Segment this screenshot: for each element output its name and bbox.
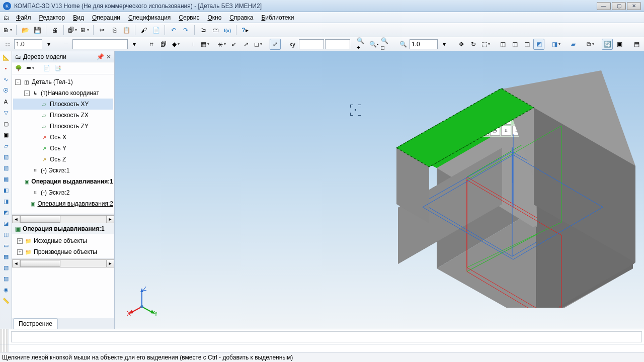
- redo-button[interactable]: [180, 25, 191, 36]
- display-button[interactable]: ◨: [550, 39, 561, 50]
- tree-props-button[interactable]: 📑: [53, 64, 62, 73]
- style-dropdown-button[interactable]: ▾: [129, 39, 140, 50]
- y-input[interactable]: [325, 39, 350, 49]
- menu-окно[interactable]: Окно: [203, 13, 225, 22]
- x-input[interactable]: [299, 39, 324, 49]
- preview-button[interactable]: 🗐: [67, 25, 78, 36]
- zoom-fit-button[interactable]: 🔍□: [380, 39, 391, 50]
- side-body-icon[interactable]: ▣: [1, 130, 11, 140]
- scale-dropdown-button[interactable]: ▾: [43, 39, 54, 50]
- side-arc-icon[interactable]: ⦿: [1, 85, 11, 96]
- menu-спецификация[interactable]: Спецификация: [124, 13, 175, 22]
- panel-close-icon[interactable]: ✕: [106, 53, 111, 60]
- zoom-all-button[interactable]: 🔍: [397, 39, 409, 50]
- hidden-button[interactable]: ◫: [509, 39, 520, 50]
- tree-row[interactable]: ▣Операция выдавливания:2: [13, 198, 113, 209]
- subtree-scrollbar[interactable]: ◄►: [12, 258, 114, 267]
- menu-сервис[interactable]: Сервис: [175, 13, 203, 22]
- local-cs-button[interactable]: ⚹: [216, 39, 227, 50]
- model-tree[interactable]: -◫Деталь (Тел-1)-↳(т)Начало координат▱Пл…: [12, 74, 114, 214]
- rebuild-button[interactable]: 🔄: [602, 39, 613, 50]
- side-rib-icon[interactable]: ▨: [1, 274, 11, 284]
- cut-button[interactable]: [97, 25, 108, 36]
- tree-row[interactable]: ↗Ось X: [13, 132, 113, 143]
- menu-файл[interactable]: Файл: [12, 13, 35, 22]
- paste-button[interactable]: [121, 25, 132, 36]
- window-maximize-button[interactable]: ▢: [612, 2, 626, 10]
- open-button[interactable]: [20, 25, 31, 36]
- tree-flat-button[interactable]: 📄: [42, 64, 51, 73]
- tree-row[interactable]: ⌗(-) Эскиз:2: [13, 187, 113, 198]
- save-button[interactable]: [32, 25, 43, 36]
- style-input[interactable]: [72, 39, 128, 49]
- side-shell-icon[interactable]: ▭: [1, 240, 11, 250]
- zoom-input[interactable]: [410, 39, 438, 49]
- help-button[interactable]: ▸: [239, 25, 251, 36]
- layers-button[interactable]: ▤: [631, 39, 642, 50]
- menu-библиотеки[interactable]: Библиотеки: [257, 13, 298, 22]
- scale-input[interactable]: [14, 39, 42, 49]
- tree-filter-button[interactable]: ≔: [25, 64, 34, 73]
- color-button[interactable]: ◆: [170, 39, 181, 50]
- side-plane-icon[interactable]: ▱: [1, 141, 11, 151]
- side-hole-icon[interactable]: ◫: [1, 229, 11, 239]
- snap-menu-button[interactable]: ◻: [253, 39, 264, 50]
- command-bar-2-handle[interactable]: [0, 344, 9, 352]
- menu-справка[interactable]: Справка: [225, 13, 257, 22]
- subtree-row[interactable]: +📁Производные объекты: [13, 246, 113, 257]
- hidden2-button[interactable]: ◫: [521, 39, 532, 50]
- command-bar-handle[interactable]: [0, 329, 9, 344]
- 3d-viewport[interactable]: ⬚ 🔍 ⤫ ✎ ▱ ⌗ ⇥ Z X Y: [115, 51, 644, 329]
- side-fillet-icon[interactable]: ◩: [1, 207, 11, 217]
- tree-scrollbar[interactable]: ◄►: [12, 214, 114, 223]
- tab-build[interactable]: Построение: [13, 318, 58, 329]
- tree-row[interactable]: -↳(т)Начало координат: [13, 87, 113, 99]
- side-pattern-icon[interactable]: ▦: [1, 251, 11, 261]
- tree-row[interactable]: -◫Деталь (Тел-1): [13, 76, 113, 87]
- side-revolve-icon[interactable]: ▨: [1, 163, 11, 173]
- tree-row[interactable]: ↗Ось Y: [13, 143, 113, 154]
- ortho-button[interactable]: ⤢: [270, 39, 281, 50]
- rotate-button[interactable]: ↻: [468, 39, 479, 50]
- side-loft-icon[interactable]: ◧: [1, 185, 11, 195]
- tree-row[interactable]: ▱Плоскость ZX: [13, 110, 113, 121]
- dim-button[interactable]: ⟂: [187, 39, 198, 50]
- xy-input-button[interactable]: xy: [287, 39, 298, 50]
- app-menu-icon[interactable]: 🗂: [2, 13, 11, 22]
- side-cut-icon[interactable]: ▩: [1, 174, 11, 184]
- zoom-out-button[interactable]: 🔍-: [368, 39, 379, 50]
- menu-операции[interactable]: Операции: [88, 13, 124, 22]
- zoom-in-button[interactable]: 🔍+: [356, 39, 367, 50]
- linestyle-button[interactable]: ═: [60, 39, 71, 50]
- shaded-button[interactable]: ◩: [533, 39, 544, 50]
- project-button[interactable]: 🗐: [158, 39, 169, 50]
- sketch-button[interactable]: ⌗: [146, 39, 157, 50]
- origin-button[interactable]: ↙: [228, 39, 239, 50]
- tree-mode-button[interactable]: 🌳: [14, 64, 23, 73]
- snap-button[interactable]: ⚏: [2, 39, 13, 50]
- side-text-icon[interactable]: A: [1, 97, 11, 107]
- side-thread-icon[interactable]: ◉: [1, 285, 11, 295]
- command-input[interactable]: [11, 331, 642, 342]
- grid-button[interactable]: ▦: [199, 39, 210, 50]
- orient-button[interactable]: ⬚: [480, 39, 491, 50]
- side-details-icon[interactable]: 📐: [1, 52, 11, 62]
- window-close-button[interactable]: ✕: [627, 2, 641, 10]
- side-face-icon[interactable]: ▢: [1, 119, 11, 129]
- new-document-button[interactable]: [2, 25, 13, 36]
- print-button[interactable]: [49, 25, 60, 36]
- undo-button[interactable]: [168, 25, 179, 36]
- tree-row[interactable]: ▣Операция выдавливания:1: [13, 176, 113, 187]
- manager-button[interactable]: 🗂: [198, 25, 209, 36]
- tree-row[interactable]: ▱Плоскость ZY: [13, 121, 113, 132]
- copy-format-button[interactable]: 🗏: [79, 25, 90, 36]
- window-minimize-button[interactable]: —: [597, 2, 611, 10]
- side-chamfer-icon[interactable]: ◪: [1, 218, 11, 228]
- side-extrude-icon[interactable]: ▧: [1, 152, 11, 162]
- section-button[interactable]: ⧉: [585, 39, 596, 50]
- panel-pin-icon[interactable]: 📌: [97, 53, 104, 60]
- side-line-icon[interactable]: ∿: [1, 74, 11, 84]
- point-button[interactable]: ↗: [240, 39, 252, 50]
- side-sweep-icon[interactable]: ◨: [1, 196, 11, 206]
- brush-button[interactable]: [138, 25, 149, 36]
